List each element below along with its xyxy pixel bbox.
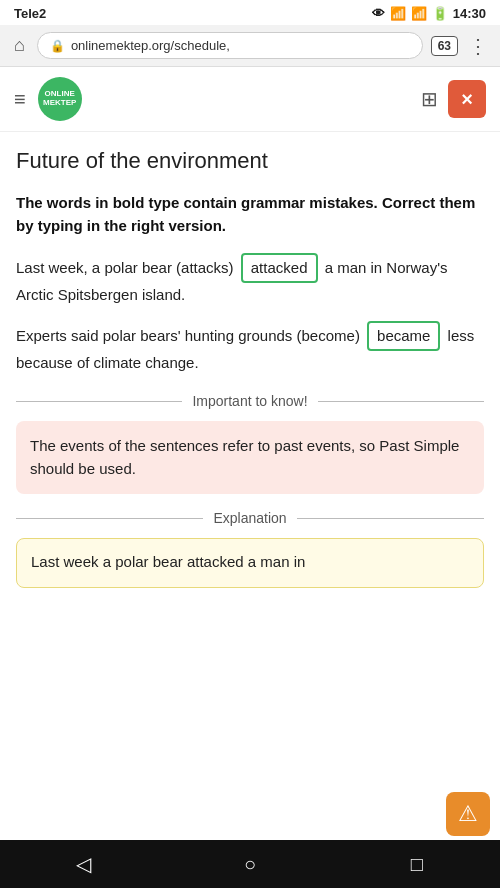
important-box-text: The events of the sentences refer to pas… (30, 437, 459, 477)
warning-icon: ⚠ (458, 801, 478, 827)
close-button[interactable]: × (448, 80, 486, 118)
explanation-text: Last week a polar bear attacked a man in (31, 553, 305, 570)
paragraph1-before: Last week, a polar bear (attacks) (16, 259, 234, 276)
important-divider-row: Important to know! (16, 393, 484, 409)
paragraph-2: Experts said polar bears' hunting ground… (16, 321, 484, 375)
explanation-box: Last week a polar bear attacked a man in (16, 538, 484, 588)
logo-line2: MEKTEP (43, 99, 76, 108)
divider-line-left (16, 401, 182, 402)
hamburger-icon[interactable]: ≡ (14, 88, 26, 111)
tab-count[interactable]: 63 (431, 36, 458, 56)
answer-became[interactable]: became (367, 321, 440, 351)
recents-icon: □ (411, 853, 423, 876)
home-button[interactable]: ○ (167, 840, 334, 888)
page-title: Future of the environment (16, 148, 484, 174)
explanation-divider-label: Explanation (213, 510, 286, 526)
grid-icon[interactable]: ⊞ (421, 87, 438, 111)
paragraph-1: Last week, a polar bear (attacks) attack… (16, 253, 484, 307)
close-icon: × (461, 88, 473, 111)
status-icons: 👁 📶 📶 🔋 14:30 (372, 6, 486, 21)
eye-icon: 👁 (372, 6, 385, 21)
header-right: ⊞ × (421, 80, 486, 118)
signal-icon: 📶 (411, 6, 427, 21)
logo: ONLINE MEKTEP (38, 77, 82, 121)
warning-fab-button[interactable]: ⚠ (446, 792, 490, 836)
main-content: Future of the environment The words in b… (0, 132, 500, 588)
header-left: ≡ ONLINE MEKTEP (14, 77, 82, 121)
bottom-nav: ◁ ○ □ (0, 840, 500, 888)
explanation-divider-row: Explanation (16, 510, 484, 526)
time-label: 14:30 (453, 6, 486, 21)
wifi-icon: 📶 (390, 6, 406, 21)
answer-attacked[interactable]: attacked (241, 253, 318, 283)
divider-line-right (318, 401, 484, 402)
carrier-label: Tele2 (14, 6, 46, 21)
important-info-box: The events of the sentences refer to pas… (16, 421, 484, 494)
back-button[interactable]: ◁ (0, 840, 167, 888)
explanation-line-right (297, 518, 484, 519)
lock-icon: 🔒 (50, 39, 65, 53)
recents-button[interactable]: □ (333, 840, 500, 888)
browser-bar: ⌂ 🔒 onlinemektep.org/schedule, 63 ⋮ (0, 25, 500, 67)
battery-icon: 🔋 (432, 6, 448, 21)
browser-home-button[interactable]: ⌂ (10, 35, 29, 56)
app-header: ≡ ONLINE MEKTEP ⊞ × (0, 67, 500, 132)
url-text: onlinemektep.org/schedule, (71, 38, 230, 53)
back-icon: ◁ (76, 852, 91, 876)
explanation-line-left (16, 518, 203, 519)
home-icon: ○ (244, 853, 256, 876)
browser-menu-button[interactable]: ⋮ (466, 34, 490, 58)
instruction-text: The words in bold type contain grammar m… (16, 192, 484, 237)
paragraph2-before: Experts said polar bears' hunting ground… (16, 327, 360, 344)
important-divider-label: Important to know! (192, 393, 307, 409)
status-bar: Tele2 👁 📶 📶 🔋 14:30 (0, 0, 500, 25)
url-bar[interactable]: 🔒 onlinemektep.org/schedule, (37, 32, 423, 59)
